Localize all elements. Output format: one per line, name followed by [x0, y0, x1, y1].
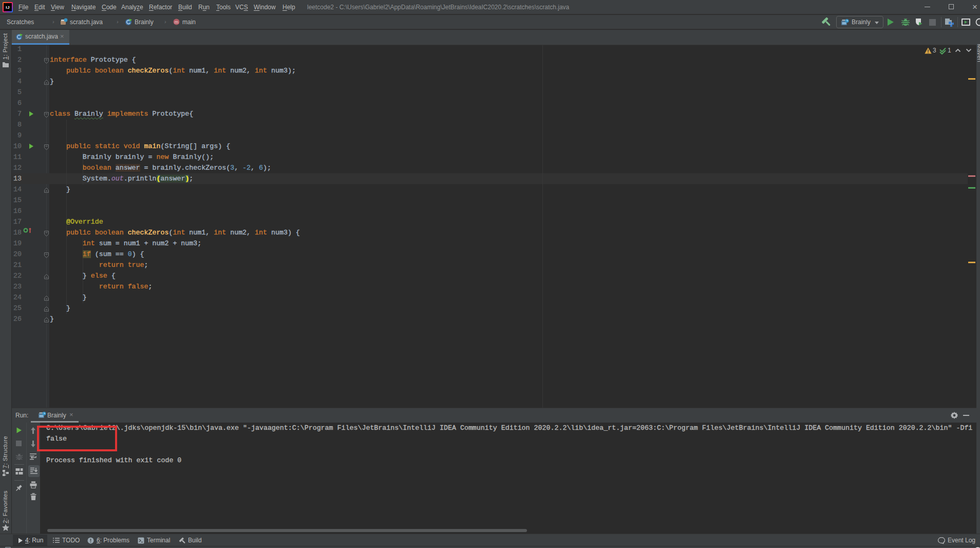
- svg-text:m: m: [175, 20, 179, 25]
